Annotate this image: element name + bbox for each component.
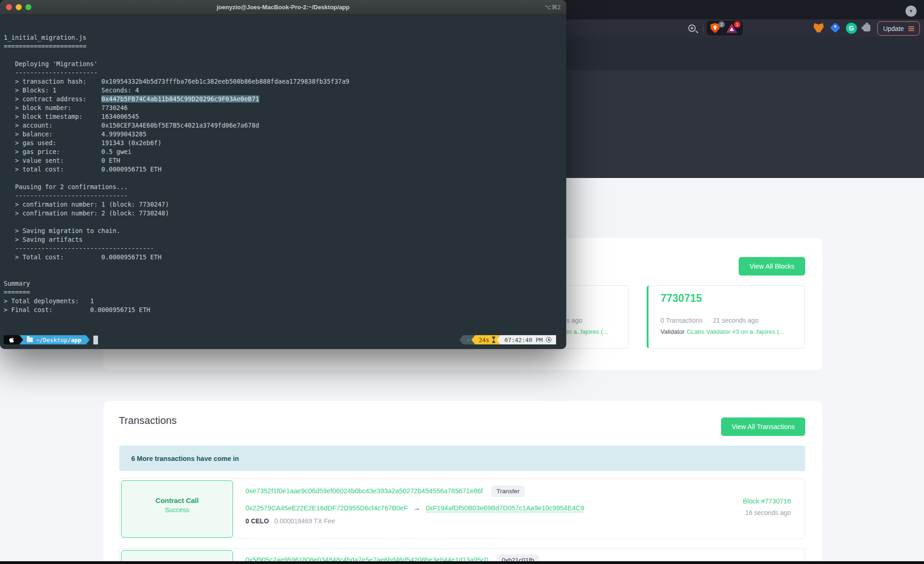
cwd-segment: ~/Desktop/app (19, 335, 86, 344)
tx-status: Success (122, 506, 233, 514)
screen: ▼ 2 1 G Update es ▾ 0x4 (0, 0, 924, 564)
cwd-path: ~/Desktop/ (36, 337, 71, 343)
tag-extension-icon[interactable] (830, 23, 841, 33)
selected-contract-address: 0x447b5FB74C4ab11b845C99D20296c9F03Ae0eB… (101, 95, 259, 103)
tx-hash-link[interactable]: 0xe7352f1f0e1aae9c06d59ef06024b0bc43e393… (245, 487, 483, 495)
duration-value: 24s (479, 337, 490, 343)
block-age: 21 seconds ago (713, 317, 759, 324)
magnifier-plus-icon (688, 25, 696, 32)
view-all-blocks-button[interactable]: View All Blocks (739, 257, 805, 276)
terminal-titlebar[interactable]: joenyzio@Joes-MacBook-Pro-2:~/Desktop/ap… (0, 0, 566, 15)
menu-icon (908, 25, 914, 32)
hourglass-icon (492, 337, 496, 343)
tx-status-box: Contract Call Success (121, 480, 233, 538)
terminal-title: joenyzio@Joes-MacBook-Pro-2:~/Desktop/ap… (0, 4, 566, 11)
terminal-output: 1_initial_migration.js =================… (0, 15, 566, 349)
time-value: 07:42:40 PM (504, 337, 543, 343)
block-card-7730715[interactable]: 7730715 0 Transactions 21 seconds ago Va… (647, 285, 805, 349)
clock-segment: 07:42:40 PM (501, 335, 556, 344)
shield-badge: 2 (718, 21, 725, 28)
grammarly-icon[interactable]: G (846, 23, 857, 34)
apple-logo-segment (4, 335, 19, 344)
transaction-row: Contract Call Success 0xe7352f1f0e1aae9c… (119, 478, 805, 539)
toolbar-divider (703, 19, 704, 37)
folder-icon (27, 337, 33, 342)
tx-method-badge: Transfer (491, 485, 525, 497)
arrow-right-icon: → (414, 504, 421, 512)
tx-to-address-link[interactable]: 0xF194afDf50B03e69Bd7D057c1Aa9e10c9954E4… (426, 504, 584, 512)
cwd-dir: app (71, 337, 81, 343)
block-number-link[interactable]: 7730715 (661, 292, 804, 305)
update-label: Update (883, 25, 904, 32)
view-all-transactions-button[interactable]: View All Transactions (721, 417, 805, 436)
terminal-cursor (93, 336, 98, 344)
screen-bottom-edge (0, 561, 924, 564)
tab-search-button[interactable]: ▼ (906, 6, 917, 17)
tx-from-address-link[interactable]: 0x22579CA45eE22E2E16dDF72D955D6cf4c767B0… (245, 504, 408, 512)
metamask-icon[interactable] (814, 23, 824, 33)
banner-text: 6 More transactions have come in (131, 455, 239, 462)
tx-block-link[interactable]: Block #7730716 (743, 497, 791, 505)
terminal-shortcut-badge: ⌥⌘2 (545, 4, 561, 11)
apple-icon (9, 337, 14, 343)
terminal-output-post: > block number: 7730246 > block timestam… (4, 104, 259, 313)
tx-fee: 0.000018469 TX Fee (274, 517, 335, 525)
block-tx-count: 0 Transactions (661, 317, 703, 324)
tx-type: Contract Call (122, 497, 233, 504)
new-transactions-banner[interactable]: 6 More transactions have come in (119, 446, 805, 471)
clock-icon (546, 337, 551, 343)
tx-age: 16 seconds ago (743, 509, 791, 516)
transactions-heading: Transactions (119, 415, 177, 427)
extensions-puzzle-icon[interactable] (863, 25, 870, 31)
validator-prefix: Validator (661, 328, 685, 335)
tx-value: 0 CELO (245, 517, 269, 525)
terminal-prompt-line: ~/Desktop/app ✓ 24s 07:42:40 PM (4, 335, 566, 344)
transactions-card: Transactions View All Transactions 6 Mor… (104, 401, 822, 564)
bat-badge: 1 (734, 21, 740, 28)
chevron-down-icon: ▼ (909, 9, 913, 13)
browser-update-button[interactable]: Update (877, 21, 920, 36)
validator-link[interactable]: CLabs Validator #3 on a..fajores (... (686, 328, 784, 335)
terminal-window: joenyzio@Joes-MacBook-Pro-2:~/Desktop/ap… (0, 0, 566, 349)
terminal-output-pre: 1_initial_migration.js =================… (4, 34, 349, 103)
zoom-page-button[interactable] (685, 19, 699, 37)
